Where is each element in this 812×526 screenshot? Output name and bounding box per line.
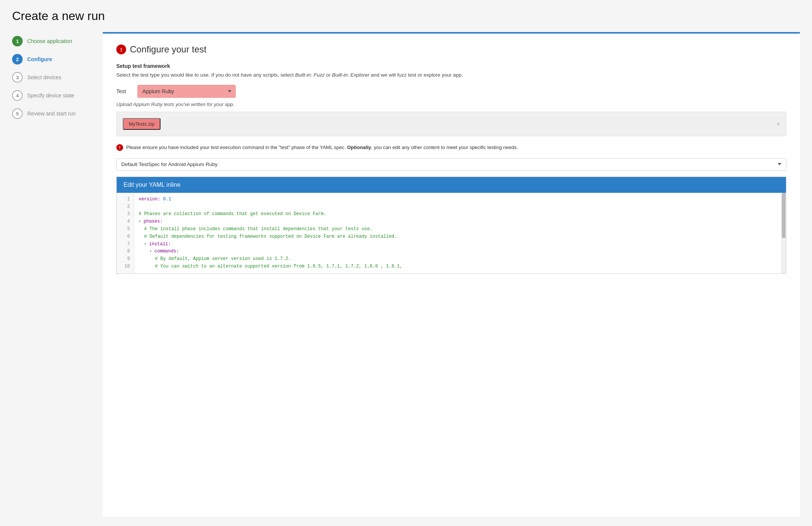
yaml-body: 12345678910 version: 0.1 # Phases are co…	[117, 193, 786, 274]
setup-desc-em2: Built-in: Explorer	[332, 72, 369, 78]
step-circle-4: 4	[12, 90, 23, 101]
error-icon: !	[116, 45, 126, 54]
remove-file-button[interactable]: ×	[776, 121, 780, 128]
page-container: Create a new run 1 Choose application 2 …	[0, 0, 812, 526]
sidebar-item-choose-application[interactable]: 1 Choose application	[12, 32, 97, 50]
section-title-text: Configure your test	[130, 44, 207, 55]
test-label: Test	[116, 88, 131, 94]
warning-text: Please ensure you have included your tes…	[126, 144, 518, 151]
step-circle-5: 5	[12, 108, 23, 119]
yaml-editor-header: Edit your YAML inline	[117, 177, 786, 193]
section-title-row: ! Configure your test	[116, 44, 786, 55]
main-layout: 1 Choose application 2 Configure 3 Selec…	[12, 32, 800, 517]
test-select[interactable]: Appium Ruby Appium Java JUnit Appium Jav…	[137, 85, 236, 98]
testspec-select[interactable]: Default TestSpec for Android Appium Ruby	[116, 158, 786, 171]
setup-desc-em1: Built-in: Fuzz	[295, 72, 325, 78]
testspec-select-row: Default TestSpec for Android Appium Ruby	[116, 158, 786, 171]
scrollbar-track[interactable]	[781, 193, 786, 274]
sidebar: 1 Choose application 2 Configure 3 Selec…	[12, 32, 103, 517]
setup-framework-label: Setup test framework	[116, 63, 786, 69]
page-title: Create a new run	[12, 9, 800, 23]
sidebar-step-label-4: Specify device state	[27, 92, 74, 98]
scrollbar-thumb[interactable]	[782, 193, 786, 238]
sidebar-step-label-5: Review and start run	[27, 111, 76, 117]
warning-icon: !	[116, 144, 123, 151]
test-row: Test Appium Ruby Appium Java JUnit Appiu…	[116, 85, 786, 98]
setup-desc-plain: Select the test type you would like to u…	[116, 72, 295, 78]
step-circle-3: 3	[12, 72, 23, 83]
sidebar-step-label-2: Configure	[27, 56, 52, 62]
sidebar-item-review-start-run[interactable]: 5 Review and start run	[12, 105, 97, 123]
setup-framework-desc: Select the test type you would like to u…	[116, 71, 786, 79]
code-content[interactable]: version: 0.1 # Phases are collection of …	[134, 193, 786, 274]
sidebar-item-specify-device-state[interactable]: 4 Specify device state	[12, 86, 97, 105]
setup-desc-end: and we will fuzz test or explore your ap…	[369, 72, 463, 78]
sidebar-step-label-3: Select devices	[27, 74, 61, 80]
line-numbers: 12345678910	[117, 193, 134, 274]
warning-text-plain: Please ensure you have included your tes…	[126, 145, 347, 150]
sidebar-item-select-devices[interactable]: 3 Select devices	[12, 68, 97, 86]
step-circle-1: 1	[12, 36, 23, 46]
warning-box: ! Please ensure you have included your t…	[116, 144, 786, 151]
upload-hint: Upload Appium Ruby tests you've written …	[116, 102, 786, 107]
content-area: ! Configure your test Setup test framewo…	[103, 32, 800, 517]
sidebar-item-configure[interactable]: 2 Configure	[12, 50, 97, 68]
yaml-editor: Edit your YAML inline 12345678910 versio…	[116, 177, 786, 274]
step-circle-2: 2	[12, 54, 23, 65]
setup-desc-mid: or	[325, 72, 332, 78]
upload-area: MyTests.zip ×	[116, 112, 786, 136]
warning-text-bold: Optionally	[347, 145, 371, 150]
file-badge[interactable]: MyTests.zip	[123, 118, 161, 130]
sidebar-step-label-1: Choose application	[27, 38, 72, 44]
warning-text-end: , you can edit any other content to meet…	[371, 145, 518, 150]
